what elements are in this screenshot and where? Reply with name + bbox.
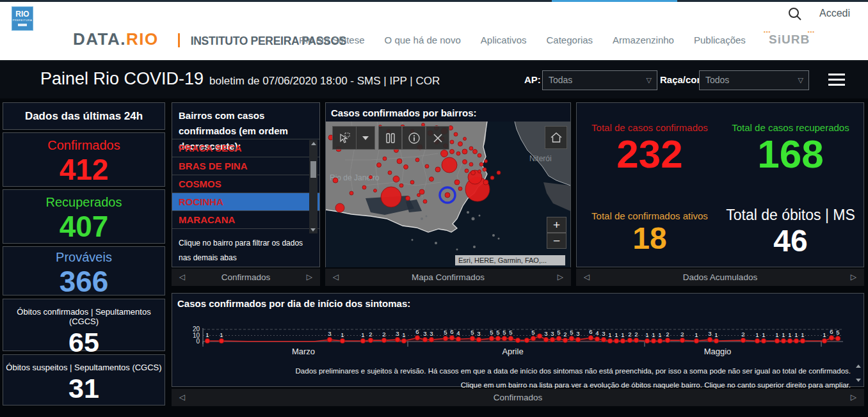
dashboard-menu-icon[interactable] — [828, 74, 845, 88]
bairros-scrollbar[interactable] — [309, 140, 317, 233]
ap-filter-select[interactable]: Todas ▽ — [542, 70, 657, 90]
svg-text:5: 5 — [502, 329, 506, 336]
svg-text:1: 1 — [714, 331, 718, 338]
site-header: DATA.RIO INSTITUTO PEREIRA PASSOS Rio em… — [0, 2, 868, 61]
svg-text:6: 6 — [415, 328, 419, 335]
prev-tab-icon[interactable]: ◁ — [333, 269, 339, 286]
obitos-confirmados-card: Óbitos confirmados | Sepultamentos (CGCS… — [3, 299, 165, 351]
svg-text:3: 3 — [551, 330, 554, 337]
pager-label: Confirmados — [494, 393, 543, 402]
svg-text:Aprile: Aprile — [502, 347, 523, 356]
nav-aplicativos[interactable]: Aplicativos — [481, 35, 527, 45]
svg-text:1: 1 — [755, 331, 759, 338]
prev-tab-icon[interactable]: ◁ — [179, 269, 185, 286]
svg-text:5: 5 — [531, 329, 534, 336]
svg-text:1: 1 — [608, 331, 611, 338]
select-tool-icon[interactable] — [332, 126, 357, 150]
svg-text:4: 4 — [456, 329, 460, 336]
brand-rio: RIO — [126, 29, 159, 49]
svg-text:5: 5 — [836, 329, 839, 336]
svg-text:1: 1 — [782, 331, 785, 338]
bairros-note: Clique no bairro para filtrar os dados n… — [179, 236, 314, 265]
zoom-out-button[interactable]: − — [547, 233, 567, 249]
tab-pager-map: ◁ Mapa Confirmados ▷ — [325, 269, 571, 286]
symptom-onset-chart[interactable]: 20100MarzoAprileMaggio113112231633564535… — [177, 320, 860, 358]
close-icon[interactable] — [426, 126, 449, 150]
zoom-in-button[interactable]: + — [547, 217, 567, 233]
svg-text:1: 1 — [361, 331, 364, 338]
raca-filter-select[interactable]: Todos ▽ — [699, 70, 809, 90]
list-item-praca-seca[interactable]: PRACA SECA — [172, 139, 319, 157]
recuperados-label: Recuperados — [3, 195, 165, 210]
tab-pager-totals: ◁ Dados Acumulados ▷ — [576, 269, 864, 286]
prev-tab-icon[interactable]: ◁ — [179, 389, 185, 406]
recuperados-value: 407 — [3, 210, 165, 243]
provaveis-label: Prováveis — [3, 250, 165, 265]
svg-text:1: 1 — [775, 331, 778, 338]
scroll-down-icon[interactable] — [310, 228, 316, 232]
info-icon[interactable] — [402, 126, 426, 150]
obitos-suspeitos-label: Óbitos suspeitos | Sepultamentos (CGCS) — [3, 363, 165, 372]
total-ativos-label: Total de confirmados ativos — [582, 210, 718, 221]
list-item-rocinha[interactable]: ROCINHA — [172, 193, 319, 211]
list-item-bras-de-pina[interactable]: BRAS DE PINA — [172, 157, 319, 175]
chart-note-1: Dados preliminares e sujeitos à revisão.… — [185, 364, 851, 378]
svg-text:1: 1 — [621, 331, 624, 338]
svg-text:1: 1 — [762, 331, 765, 338]
map-panel-title: Casos confirmados por bairros: — [326, 103, 570, 118]
last-24h-header-card: Dados das últimas 24h — [3, 102, 165, 130]
svg-text:Marzo: Marzo — [292, 347, 315, 356]
scroll-up-icon[interactable] — [311, 142, 316, 145]
total-obitos-value: 46 — [723, 224, 858, 258]
obitos-confirmados-label: Óbitos confirmados | Sepultamentos (CGCS… — [3, 307, 165, 326]
svg-text:2: 2 — [741, 331, 744, 338]
svg-text:1: 1 — [788, 331, 791, 338]
rio-prefeitura-logo[interactable]: RIO PREFEITURA — [12, 6, 33, 31]
list-item-cosmos[interactable]: COSMOS — [172, 175, 319, 193]
svg-text:5: 5 — [444, 329, 447, 336]
dashboard-screen: DATA.RIO INSTITUTO PEREIRA PASSOS Rio em… — [0, 0, 868, 417]
timeline-panel: Casos confirmados por dia de início dos … — [172, 293, 864, 387]
svg-text:2: 2 — [628, 331, 631, 338]
signin-link[interactable]: Accedi — [819, 8, 850, 19]
nav-rio-em-sintese[interactable]: Rio em Síntese — [299, 35, 365, 45]
pause-icon[interactable] — [378, 126, 402, 150]
timeline-title: Casos confirmados por dia de início dos … — [172, 294, 864, 309]
nav-armazenzinho[interactable]: Armazenzinho — [613, 35, 674, 45]
svg-text:3: 3 — [544, 330, 547, 337]
home-icon[interactable] — [545, 126, 567, 149]
page-title: Painel Rio COVID-19boletim de 07/06/2020… — [40, 69, 440, 89]
svg-text:3: 3 — [477, 330, 480, 337]
pager-label: Confirmados — [221, 272, 271, 282]
nav-o-que-ha-de-novo[interactable]: O que há de novo — [385, 35, 461, 45]
next-tab-icon[interactable]: ▷ — [851, 389, 856, 406]
nav-publicacoes[interactable]: Publicações — [694, 35, 746, 45]
scroll-up-icon[interactable] — [856, 365, 861, 368]
list-item-maracana[interactable]: MARACANA — [172, 211, 319, 229]
next-tab-icon[interactable]: ▷ — [851, 269, 856, 286]
chevron-down-icon: ▽ — [798, 71, 803, 90]
svg-text:Maggio: Maggio — [704, 347, 732, 356]
nav-categorias[interactable]: Categorias — [547, 35, 593, 45]
scroll-down-icon[interactable] — [856, 379, 861, 382]
total-obitos-cell: Total de óbitos | MS 46 — [723, 207, 858, 258]
total-ativos-cell: Total de confirmados ativos 18 — [582, 210, 718, 256]
search-icon[interactable] — [787, 6, 803, 22]
prev-tab-icon[interactable]: ◁ — [584, 269, 590, 286]
provaveis-card: Prováveis 366 — [3, 246, 165, 295]
svg-text:1: 1 — [658, 331, 661, 338]
svg-text:1: 1 — [801, 331, 804, 338]
svg-text:2: 2 — [369, 331, 372, 338]
confirmados-card: Confirmados 412 — [3, 132, 165, 187]
obitos-suspeitos-card: Óbitos suspeitos | Sepultamentos (CGCS) … — [3, 354, 165, 405]
svg-text:6: 6 — [450, 328, 453, 335]
svg-text:6: 6 — [830, 328, 833, 335]
svg-text:5: 5 — [470, 329, 474, 336]
tool-dropdown-chevron-icon[interactable] — [356, 126, 375, 150]
svg-text:1: 1 — [220, 331, 223, 338]
next-tab-icon[interactable]: ▷ — [558, 269, 563, 286]
scrollbar-thumb[interactable] — [310, 161, 316, 178]
next-tab-icon[interactable]: ▷ — [307, 269, 312, 286]
siurb-logo[interactable]: •••SiURB••• — [769, 33, 810, 47]
tab-pager-bairros: ◁ Confirmados ▷ — [172, 269, 320, 286]
